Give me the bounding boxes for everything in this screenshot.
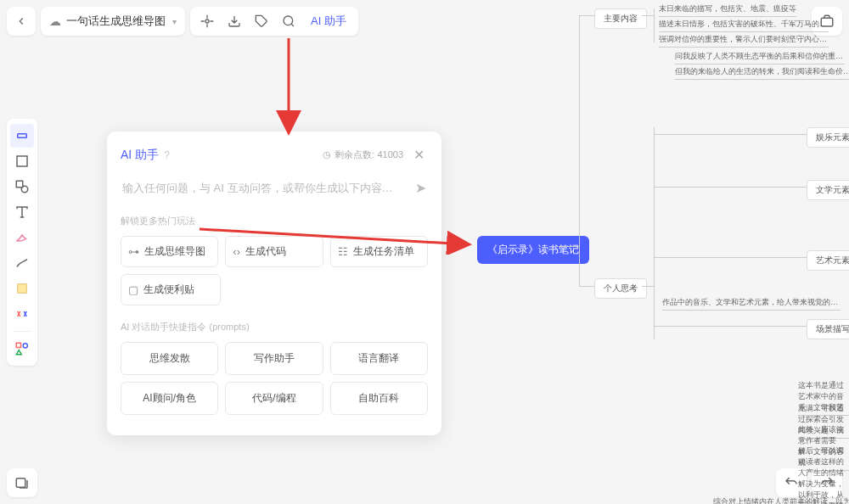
chevron-down-icon: ▾ (172, 17, 177, 26)
tool-select[interactable] (10, 124, 34, 148)
prompt-consultant[interactable]: AI顾问/角色 (121, 382, 218, 415)
action-generate-sticky[interactable]: ▢生成便利贴 (121, 274, 221, 305)
clock-icon: ◷ (323, 149, 331, 160)
prompt-writing[interactable]: 写作助手 (225, 342, 323, 375)
toolbar-actions: AI 助手 (190, 7, 358, 36)
list-icon: ☷ (338, 245, 348, 258)
ai-input-row: ➤ (121, 176, 428, 199)
svg-rect-2 (18, 134, 27, 138)
mindmap-leaf[interactable]: 作品中的音乐、文学和艺术元素，给人带来视觉的愉悦感受 (662, 297, 841, 311)
document-title-dropdown[interactable]: ☁ 一句话生成思维导图 ▾ (41, 7, 185, 36)
ai-panel-title: AI 助手 (121, 148, 159, 163)
layers-button[interactable] (7, 468, 37, 497)
mindmap-leaf[interactable]: 综合对上情绪内在人类前者的解读，以为 (713, 496, 849, 504)
tool-frame[interactable] (10, 149, 34, 173)
left-toolbar (7, 119, 37, 366)
tool-components[interactable] (10, 337, 34, 361)
mindmap-node-literature[interactable]: 文学元素 (807, 180, 849, 200)
ai-panel-header: AI 助手 ? ◷ 剩余点数: 41003 ✕ (121, 145, 428, 165)
action-generate-mindmap[interactable]: ⊶生成思维导图 (121, 236, 218, 267)
tool-connector[interactable] (10, 251, 34, 275)
mindmap-leaf[interactable]: 末日来临的描写，包括灾、地震、瘟疫等 (659, 3, 796, 17)
close-button[interactable]: ✕ (410, 145, 428, 165)
mindmap-node-main-content[interactable]: 主要内容 (594, 8, 647, 29)
mindmap-node-reflection[interactable]: 个人思考 (594, 278, 647, 299)
mindmap-leaf[interactable]: 但我的来临给人的生活的转来，我们阅读和生命价值观念的观点是我们在读者知道 (675, 66, 849, 80)
prompt-encyclopedia[interactable]: 自助百科 (330, 382, 428, 415)
prompt-translate[interactable]: 语言翻译 (330, 342, 428, 375)
section-popular-title: 解锁更多热门玩法 (121, 215, 428, 227)
points-remaining: ◷ 剩余点数: 41003 (323, 148, 403, 161)
svg-rect-4 (16, 181, 23, 188)
export-icon[interactable] (221, 7, 248, 36)
svg-rect-6 (18, 284, 27, 294)
tool-pen[interactable] (10, 226, 34, 249)
action-generate-tasklist[interactable]: ☷生成任务清单 (330, 236, 428, 267)
svg-point-8 (23, 344, 27, 348)
tool-shape[interactable] (10, 175, 34, 199)
mindmap-canvas[interactable]: 《启示录》读书笔记 主要内容 个人思考 末日来临的描写，包括灾、地震、瘟疫等 描… (475, 0, 849, 504)
toolbar-divider (14, 331, 31, 332)
svg-rect-3 (17, 156, 27, 166)
tool-text[interactable] (10, 200, 34, 224)
mindmap-root-node[interactable]: 《启示录》读书笔记 (477, 236, 589, 264)
mindmap-leaf[interactable]: 问我反映了人类不顾生态平衡的后果和信仰的重要性 (675, 51, 845, 64)
help-icon[interactable]: ? (164, 149, 170, 161)
svg-point-5 (21, 186, 28, 193)
ai-assistant-link[interactable]: AI 助手 (302, 14, 355, 29)
tool-more[interactable] (10, 302, 34, 326)
mindmap-leaf[interactable]: 最后，可以调动读者这样的人产生的情绪解决为变量，以利于故，从而近一步警情绪乐、文… (798, 445, 849, 504)
svg-rect-9 (16, 479, 25, 488)
document-title: 一句话生成思维导图 (66, 14, 166, 29)
tool-sticky[interactable] (10, 277, 34, 300)
cloud-icon: ☁ (49, 14, 61, 28)
svg-rect-7 (16, 343, 20, 347)
mindmap-icon: ⊶ (128, 245, 139, 258)
mindmap-node-entertainment[interactable]: 娱乐元素 (807, 127, 849, 148)
back-button[interactable] (7, 7, 36, 36)
settings-icon[interactable] (194, 7, 221, 36)
tag-icon[interactable] (248, 7, 275, 36)
section-prompts-title: AI 对话助手快捷指令 (prompts) (121, 321, 428, 333)
action-generate-code[interactable]: ‹›生成代码 (225, 236, 323, 267)
send-button[interactable]: ➤ (415, 180, 426, 196)
mindmap-node-art[interactable]: 艺术元素 (807, 250, 849, 271)
svg-point-0 (205, 20, 209, 23)
svg-point-1 (284, 16, 293, 25)
top-toolbar: ☁ 一句话生成思维导图 ▾ AI 助手 (7, 7, 358, 36)
code-icon: ‹› (233, 245, 240, 258)
mindmap-node-scene[interactable]: 场景描写 (807, 319, 849, 339)
annotation-arrow-1 (272, 34, 306, 136)
ai-prompt-input[interactable] (122, 182, 408, 194)
prompt-divergent[interactable]: 思维发散 (121, 342, 218, 375)
sticky-icon: ▢ (128, 283, 138, 296)
search-icon[interactable] (275, 7, 302, 36)
mindmap-leaf[interactable]: 强调对信仰的重要性，警示人们要时刻坚守内心的信念 (659, 34, 829, 48)
mindmap-leaf[interactable]: 描述末日情形，包括灾害的破坏性、千军万马的战争等 (659, 19, 829, 32)
ai-assistant-panel: AI 助手 ? ◷ 剩余点数: 41003 ✕ ➤ 解锁更多热门玩法 ⊶生成思维… (107, 132, 441, 435)
prompt-coding[interactable]: 代码/编程 (225, 382, 323, 415)
